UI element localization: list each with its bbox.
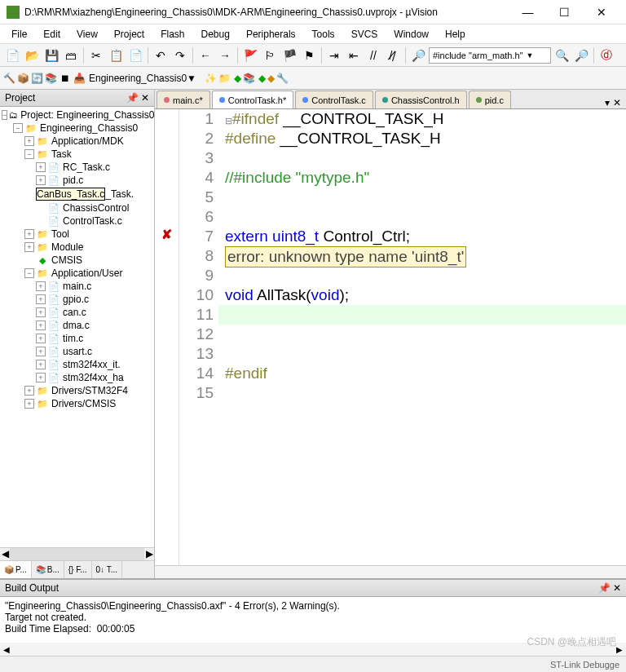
file-dma[interactable]: dma.c: [63, 320, 90, 331]
project-root[interactable]: Project: Engineering_Chassis0: [20, 109, 154, 121]
file-pid[interactable]: pid.c: [63, 175, 83, 186]
bookmark-clear-icon[interactable]: ⚑: [300, 46, 318, 64]
nav-back-icon[interactable]: ←: [196, 46, 214, 64]
bookmark-prev-icon[interactable]: 🏳: [261, 46, 279, 64]
bookmark-icon[interactable]: 🚩: [241, 46, 259, 64]
copy-icon[interactable]: 📋: [107, 46, 125, 64]
group-module[interactable]: Module: [51, 241, 83, 253]
fold-icon[interactable]: ⊟: [225, 116, 232, 126]
group-task[interactable]: Task: [51, 148, 72, 160]
expand-icon[interactable]: +: [24, 229, 34, 239]
target-combo[interactable]: Engineering_Chassis0▼: [89, 73, 203, 84]
undo-icon[interactable]: ↶: [152, 46, 170, 64]
group-app-mdk[interactable]: Application/MDK: [51, 135, 124, 147]
paste-icon[interactable]: 📄: [126, 46, 144, 64]
pack2-icon[interactable]: ◆: [267, 73, 275, 84]
panel-close-icon[interactable]: ✕: [141, 92, 149, 104]
menu-window[interactable]: Window: [387, 27, 435, 42]
menu-debug[interactable]: Debug: [195, 27, 236, 42]
file-ext-icon[interactable]: 📁: [218, 73, 231, 84]
expand-icon[interactable]: +: [36, 321, 46, 330]
expand-icon[interactable]: +: [24, 399, 34, 409]
save-all-icon[interactable]: 🗃: [62, 46, 80, 64]
nav-forward-icon[interactable]: →: [216, 46, 234, 64]
group-app-user[interactable]: Application/User: [51, 267, 122, 279]
new-file-icon[interactable]: 📄: [3, 46, 21, 64]
menu-svcs[interactable]: SVCS: [345, 27, 385, 42]
file-main[interactable]: main.c: [63, 281, 91, 292]
open-icon[interactable]: 📂: [23, 46, 41, 64]
group-drv-cmsis[interactable]: Drivers/CMSIS: [51, 398, 116, 409]
menu-peripherals[interactable]: Peripherals: [240, 27, 302, 42]
expand-icon[interactable]: +: [36, 281, 46, 291]
pack3-icon[interactable]: 🔧: [276, 73, 289, 84]
tab-main-c[interactable]: main.c*: [156, 91, 210, 108]
pack-icon[interactable]: ◆: [258, 73, 266, 84]
minimize-button[interactable]: —: [509, 1, 546, 24]
expand-icon[interactable]: +: [36, 307, 46, 317]
code-editor[interactable]: ✘ 123456789101112131415 ⊟#ifndef __CONTR…: [155, 109, 626, 565]
file-can[interactable]: can.c: [63, 307, 86, 318]
expand-icon[interactable]: +: [36, 360, 46, 369]
expand-icon[interactable]: +: [36, 175, 46, 185]
error-marker-icon[interactable]: ✘: [161, 227, 172, 242]
manage-rtenv-icon[interactable]: ◆: [234, 73, 241, 84]
tab-chassiscontrol-h[interactable]: ChassisControl.h: [375, 91, 467, 108]
rebuild-icon[interactable]: 🔄: [31, 73, 43, 84]
group-cmsis[interactable]: CMSIS: [51, 254, 82, 266]
comment-icon[interactable]: //: [364, 46, 382, 64]
tab-controltask-h[interactable]: ControlTask.h*: [212, 91, 294, 108]
tab-controltask-c[interactable]: ControlTask.c: [295, 91, 373, 108]
bookmark-next-icon[interactable]: 🏴: [280, 46, 298, 64]
tab-menu-icon[interactable]: ▾: [605, 97, 610, 108]
debug-icon[interactable]: ⓓ: [597, 46, 615, 64]
file-tim[interactable]: tim.c: [63, 333, 83, 344]
project-tree[interactable]: −🗂Project: Engineering_Chassis0 −📁Engine…: [0, 107, 154, 547]
file-stm32-it[interactable]: stm32f4xx_it.: [63, 359, 121, 370]
expand-icon[interactable]: +: [36, 347, 46, 356]
redo-icon[interactable]: ↷: [171, 46, 189, 64]
expand-icon[interactable]: −: [24, 268, 34, 278]
project-hscrollbar[interactable]: ◀▶: [0, 547, 154, 560]
find-next-icon[interactable]: 🔍: [553, 46, 571, 64]
tab-close-icon[interactable]: ✕: [613, 97, 621, 108]
download-icon[interactable]: 📥: [73, 73, 86, 84]
batch-build-icon[interactable]: 📚: [45, 73, 57, 84]
expand-icon[interactable]: +: [24, 136, 34, 146]
cut-icon[interactable]: ✂: [87, 46, 105, 64]
translate-icon[interactable]: 🔨: [3, 73, 15, 84]
close-button[interactable]: ✕: [583, 1, 619, 24]
expand-icon[interactable]: −: [13, 123, 23, 133]
find-icon[interactable]: 🔎: [409, 46, 427, 64]
file-usart[interactable]: usart.c: [63, 346, 92, 357]
build-icon[interactable]: 📦: [17, 73, 29, 84]
expand-icon[interactable]: −: [2, 110, 7, 120]
indent-icon[interactable]: ⇥: [325, 46, 343, 64]
menu-edit[interactable]: Edit: [37, 27, 67, 42]
find-combo[interactable]: #include "arm_math.h"▼: [429, 47, 551, 64]
group-tool[interactable]: Tool: [51, 228, 69, 240]
save-icon[interactable]: 💾: [42, 46, 60, 64]
expand-icon[interactable]: +: [36, 294, 46, 304]
expand-icon[interactable]: +: [24, 386, 34, 396]
expand-icon[interactable]: +: [24, 242, 34, 252]
file-rc-task[interactable]: RC_Task.c: [63, 161, 110, 173]
panel-close-icon[interactable]: ✕: [613, 582, 621, 594]
project-tab-books[interactable]: 📚B...: [32, 561, 64, 578]
file-controltask[interactable]: ControlTask.c: [63, 215, 122, 227]
editor-hscrollbar[interactable]: [155, 565, 626, 578]
expand-icon[interactable]: +: [36, 334, 46, 343]
stop-build-icon[interactable]: ⏹: [60, 73, 70, 84]
pin-icon[interactable]: 📌: [126, 92, 139, 104]
maximize-button[interactable]: ☐: [546, 1, 583, 24]
menu-project[interactable]: Project: [108, 27, 151, 42]
menu-view[interactable]: View: [70, 27, 104, 42]
file-canbus-task[interactable]: CanBus_Task.c: [36, 188, 105, 201]
file-gpio[interactable]: gpio.c: [63, 294, 89, 305]
project-tab-templ[interactable]: 0↓ T...: [92, 561, 123, 578]
expand-icon[interactable]: −: [24, 149, 34, 159]
find-prev-icon[interactable]: 🔎: [572, 46, 590, 64]
file-chassis-ctrl[interactable]: ChassisControl: [63, 202, 129, 214]
target-options-icon[interactable]: ✨: [205, 73, 217, 84]
books-icon[interactable]: 📚: [243, 73, 255, 84]
